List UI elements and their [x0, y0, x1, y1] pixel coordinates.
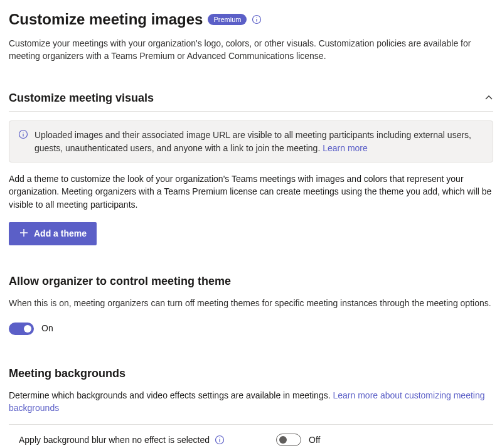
page-title: Customize meeting images [9, 9, 203, 31]
add-theme-label: Add a theme [34, 228, 87, 238]
visuals-description: Add a theme to customize the look of you… [9, 173, 493, 211]
blur-value: Off [309, 434, 320, 446]
allow-organizer-toggle[interactable] [9, 323, 34, 335]
svg-point-5 [23, 132, 23, 133]
setting-row-blur: Apply background blur when no effect is … [9, 424, 493, 448]
add-theme-button[interactable]: Add a theme [9, 222, 97, 245]
section-heading-backgrounds: Meeting backgrounds [9, 365, 493, 381]
section-header-visuals[interactable]: Customize meeting visuals [9, 90, 493, 112]
setting-label: Apply background blur when no effect is … [19, 434, 210, 446]
allow-organizer-value: On [41, 322, 53, 334]
info-banner-text: Uploaded images and their associated ima… [35, 129, 484, 154]
info-icon [18, 129, 28, 139]
section-heading-visuals: Customize meeting visuals [9, 90, 154, 106]
info-icon[interactable] [215, 435, 225, 445]
backgrounds-desc-text: Determine which backgrounds and video ef… [9, 390, 333, 400]
svg-point-2 [257, 18, 257, 18]
allow-organizer-description: When this is on, meeting organizers can … [9, 297, 493, 309]
backgrounds-description: Determine which backgrounds and video ef… [9, 389, 493, 415]
learn-more-link[interactable]: Learn more [323, 143, 368, 153]
info-banner-message: Uploaded images and their associated ima… [35, 130, 471, 152]
section-heading-allow-organizer: Allow organizer to control meeting theme [9, 273, 493, 289]
premium-badge: Premium [208, 14, 247, 25]
plus-icon [19, 228, 29, 240]
blur-toggle[interactable] [276, 434, 301, 446]
info-banner: Uploaded images and their associated ima… [9, 120, 493, 163]
info-icon[interactable] [252, 14, 262, 24]
svg-point-10 [219, 438, 220, 439]
page-description: Customize your meetings with your organi… [9, 37, 486, 63]
chevron-up-icon [484, 93, 493, 102]
